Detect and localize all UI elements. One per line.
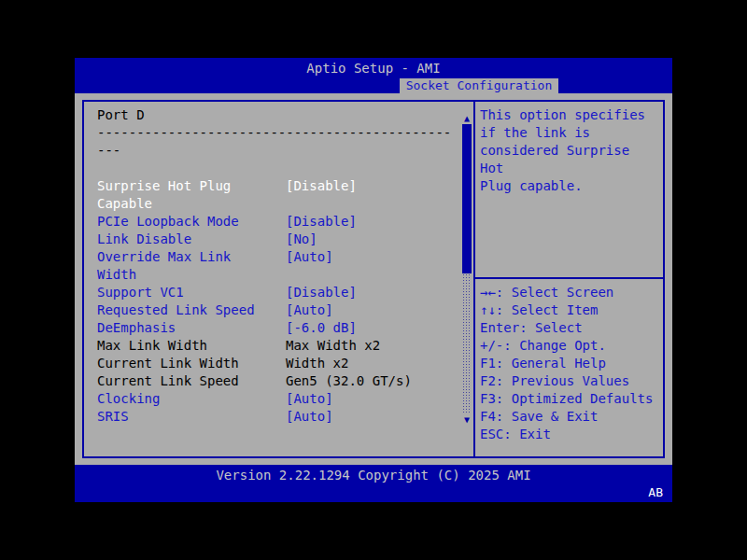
scroll-thumb[interactable] [462,124,472,273]
item-label: Current Link Speed [97,372,265,390]
setup-item-row[interactable]: Clocking[Auto] [84,390,473,408]
blank-row [84,160,473,177]
hotkey-line: ↑↓: Select Item [480,301,661,319]
title-bar: Aptio Setup - AMI [75,58,672,78]
item-value: [Auto] [286,248,333,266]
footer-badge: AB [75,485,672,502]
hotkey-line: F2: Previous Values [480,372,661,390]
item-value: [Disable] [286,213,357,231]
setup-item-row[interactable]: SRIS[Auto] [84,408,473,426]
scroll-track[interactable] [462,273,472,414]
separator-row: ----------------------------------------… [84,124,473,160]
setup-item-row[interactable]: Requested Link Speed[Auto] [84,301,473,319]
item-value: [Disable] [286,177,357,195]
item-value: [Disable] [286,284,357,301]
item-value: Gen5 (32.0 GT/s) [286,372,412,390]
help-divider [475,277,663,279]
hotkey-line: →←: Select Screen [480,284,661,301]
version-text: Version 2.22.1294 Copyright (C) 2025 AMI [75,465,672,485]
setup-item-row: Current Link SpeedGen5 (32.0 GT/s) [84,372,473,390]
hotkey-line: F1: General Help [480,355,661,372]
item-label: Max Link Width [97,337,265,355]
setup-item-row: Current Link WidthWidth x2 [84,355,473,372]
item-label: Port D [97,106,265,124]
scrollbar[interactable]: ▲ ▼ [461,113,472,426]
item-label: Support VC1 [97,284,265,301]
help-text: This option specifies if the link is con… [480,106,660,195]
tab-bar: Socket Configuration [75,78,672,93]
setup-item-row[interactable]: Link Disable[No] [84,231,473,248]
hotkey-list: →←: Select Screen↑↓: Select ItemEnter: S… [480,284,661,443]
hotkey-line: F4: Save & Exit [480,408,661,426]
setup-item-row[interactable]: PCIe Loopback Mode[Disable] [84,213,473,231]
item-label: Link Disable [97,231,265,248]
footer: Version 2.22.1294 Copyright (C) 2025 AMI… [75,465,672,502]
setup-item-row[interactable]: Support VC1[Disable] [84,284,473,301]
item-value: Width x2 [286,355,348,372]
item-label: DeEmphasis [97,319,265,337]
setup-item-row[interactable]: Surprise Hot Plug Capable[Disable] [84,177,473,213]
item-label: Clocking [97,390,265,408]
item-label: Override Max Link Width [97,248,265,284]
item-label: Current Link Width [97,355,265,372]
setup-item-row[interactable]: Override Max Link Width[Auto] [84,248,473,284]
scroll-down-icon[interactable]: ▼ [461,414,472,426]
hotkey-line: Enter: Select [480,319,661,337]
item-value: [Auto] [286,408,333,426]
tab-socket-configuration[interactable]: Socket Configuration [400,78,558,93]
item-label: Surprise Hot Plug Capable [97,177,265,213]
item-value: Max Width x2 [286,337,380,355]
hotkey-line: F3: Optimized Defaults [480,390,661,408]
item-value: [No] [286,231,317,248]
main-panel: Port D----------------------------------… [84,102,475,456]
hotkey-line: +/-: Change Opt. [480,337,661,355]
setup-item-row[interactable]: DeEmphasis[-6.0 dB] [84,319,473,337]
item-label: PCIe Loopback Mode [97,213,265,231]
item-value: [Auto] [286,390,333,408]
page-title: Aptio Setup - AMI [306,61,440,76]
hotkey-line: ESC: Exit [480,426,661,443]
body-area: Port D----------------------------------… [75,93,672,465]
setup-item-row: Max Link WidthMax Width x2 [84,337,473,355]
bios-screen: Aptio Setup - AMI Socket Configuration P… [75,58,672,502]
item-label: Requested Link Speed [97,301,265,319]
settings-list: Port D----------------------------------… [84,102,473,426]
setup-item-row: Port D [84,106,473,124]
tab-label: Socket Configuration [406,78,553,92]
item-value: [-6.0 dB] [286,319,357,337]
scroll-up-icon[interactable]: ▲ [461,113,472,124]
panels-frame: Port D----------------------------------… [82,100,665,458]
item-label: SRIS [97,408,265,426]
help-panel: This option specifies if the link is con… [475,102,663,456]
item-value: [Auto] [286,301,333,319]
